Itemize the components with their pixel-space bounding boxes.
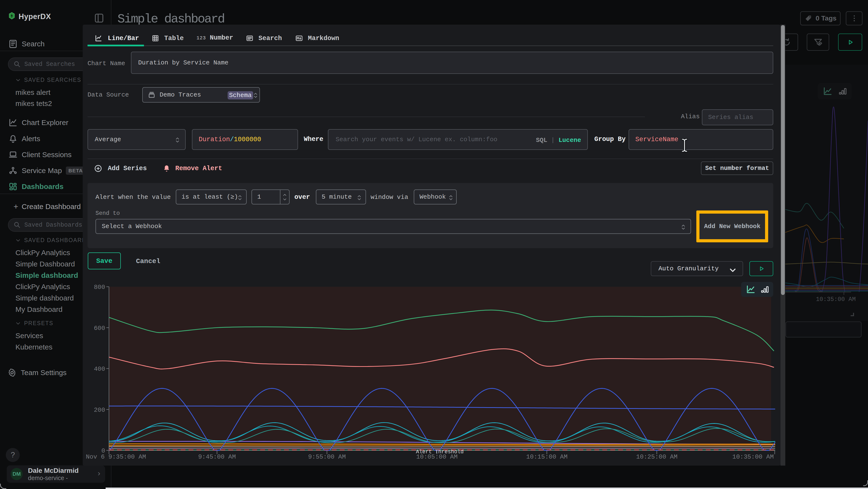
svg-text:400: 400 [94, 366, 105, 373]
svg-text:10:35:00 AM: 10:35:00 AM [732, 453, 774, 461]
svg-text:9:45:00 AM: 9:45:00 AM [198, 453, 236, 461]
svg-text:200: 200 [94, 406, 105, 414]
svg-text:10:15:00 AM: 10:15:00 AM [526, 453, 567, 461]
svg-text:9:55:00 AM: 9:55:00 AM [308, 453, 346, 461]
svg-text:600: 600 [94, 325, 105, 332]
svg-text:Alert Threshold: Alert Threshold [416, 449, 464, 455]
svg-text:800: 800 [94, 284, 105, 291]
svg-text:Nov 6 9:35:00 AM: Nov 6 9:35:00 AM [86, 453, 146, 461]
svg-text:10:25:00 AM: 10:25:00 AM [636, 453, 678, 461]
